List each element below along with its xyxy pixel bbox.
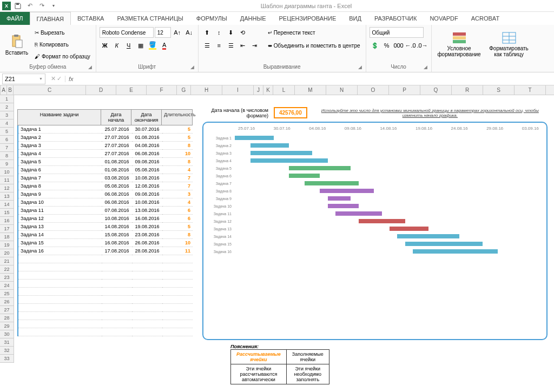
gantt-bar[interactable] <box>250 158 328 163</box>
inc-decimal-icon[interactable]: ←.0 <box>405 40 416 51</box>
row-header[interactable]: 4 <box>0 119 14 128</box>
col-header[interactable]: U <box>546 85 554 95</box>
row-header[interactable]: 31 <box>0 338 14 347</box>
row-header[interactable]: 3 <box>0 111 14 119</box>
row-header[interactable]: 25 <box>0 290 14 298</box>
col-header[interactable]: D <box>86 85 116 95</box>
row-header[interactable]: 18 <box>0 233 14 241</box>
tab-pagelayout[interactable]: РАЗМЕТКА СТРАНИЦЫ <box>110 12 189 25</box>
col-header[interactable]: F <box>147 85 177 95</box>
gantt-bar[interactable] <box>320 189 374 193</box>
row-header[interactable]: 27 <box>0 306 14 314</box>
name-box[interactable]: Z21▼ <box>2 74 45 84</box>
task-row[interactable]: Задача 125.07.201630.07.20165 <box>17 125 193 134</box>
row-header[interactable]: 14 <box>0 201 14 209</box>
col-header[interactable]: R <box>452 85 483 95</box>
col-header[interactable]: O <box>358 85 389 95</box>
row-header[interactable]: 32 <box>0 347 14 355</box>
dec-decimal-icon[interactable]: .0→ <box>417 40 428 51</box>
row-header[interactable]: 30 <box>0 330 14 338</box>
number-format-combo[interactable]: Общий <box>370 27 424 38</box>
grow-font-icon[interactable]: A↑ <box>172 27 183 38</box>
align-center-icon[interactable]: ≡ <box>214 40 225 51</box>
font-size-combo[interactable]: 12 <box>155 27 171 38</box>
font-color-button[interactable]: А <box>159 40 170 51</box>
row-header[interactable]: 7 <box>0 144 14 152</box>
gantt-bar[interactable] <box>397 234 459 238</box>
italic-button[interactable]: К <box>111 40 122 51</box>
format-painter-button[interactable]: 🖌Формат по образцу <box>32 51 93 62</box>
row-header[interactable]: 9 <box>0 160 14 168</box>
align-bottom-icon[interactable]: ⬇ <box>226 27 236 38</box>
tab-developer[interactable]: РАЗРАБОТЧИК <box>368 12 423 25</box>
col-header[interactable]: I <box>222 85 254 95</box>
row-header[interactable]: 19 <box>0 241 14 249</box>
col-header[interactable]: B <box>7 85 14 95</box>
gantt-bar[interactable] <box>413 249 498 254</box>
merge-button[interactable]: ⬌Объединить и поместить в центре <box>266 40 362 51</box>
enter-icon[interactable]: ✓ <box>57 75 62 82</box>
col-header[interactable]: E <box>116 85 147 95</box>
undo-icon[interactable]: ↶ <box>25 1 35 11</box>
task-row-empty[interactable] <box>17 328 193 336</box>
task-row[interactable]: Задача 427.07.201606.08.201610 <box>17 150 193 158</box>
task-row[interactable]: Задача 327.07.201604.08.20168 <box>17 142 193 150</box>
qat-dropdown-icon[interactable]: ▼ <box>49 1 58 11</box>
shrink-font-icon[interactable]: A↓ <box>184 27 195 38</box>
row-header[interactable]: 12 <box>0 184 14 192</box>
gantt-bar[interactable] <box>250 151 312 155</box>
gantt-bar[interactable] <box>305 181 359 185</box>
align-left-icon[interactable]: ☰ <box>202 40 213 51</box>
row-header[interactable]: 28 <box>0 314 14 322</box>
task-row[interactable]: Задача 1006.08.201610.08.20164 <box>17 198 193 207</box>
gantt-bar[interactable] <box>335 211 382 216</box>
row-header[interactable]: 13 <box>0 192 14 201</box>
task-row-empty[interactable] <box>17 296 193 304</box>
indent-inc-icon[interactable]: ⇥ <box>249 40 260 51</box>
gantt-bar[interactable] <box>250 143 289 148</box>
gantt-bar[interactable] <box>289 166 351 170</box>
col-header[interactable]: H <box>191 85 222 95</box>
cut-button[interactable]: ✂Вырезать <box>32 27 93 38</box>
underline-button[interactable]: Ч <box>123 40 134 51</box>
wrap-text-button[interactable]: ↵Перенести текст <box>266 27 362 38</box>
col-header[interactable]: L <box>273 85 295 95</box>
tab-view[interactable]: ВИД <box>342 12 368 25</box>
row-header[interactable]: 10 <box>0 168 14 176</box>
row-header[interactable]: 8 <box>0 152 14 160</box>
task-row[interactable]: Задача 906.08.201609.08.20163 <box>17 190 193 198</box>
col-header[interactable]: T <box>515 85 546 95</box>
task-row[interactable]: Задача 601.08.201605.08.20164 <box>17 166 193 174</box>
row-header[interactable]: 24 <box>0 282 14 290</box>
task-row-empty[interactable] <box>17 304 193 312</box>
save-icon[interactable] <box>13 1 23 11</box>
row-header[interactable]: 16 <box>0 217 14 225</box>
col-header[interactable]: S <box>483 85 515 95</box>
gantt-chart[interactable]: 25.07.1630.07.1604.08.1609.08.1614.08.16… <box>202 122 548 340</box>
row-header[interactable]: 29 <box>0 322 14 330</box>
task-row-empty[interactable] <box>17 280 193 288</box>
cancel-icon[interactable]: ✕ <box>51 75 56 82</box>
row-header[interactable]: 26 <box>0 298 14 306</box>
tab-review[interactable]: РЕЦЕНЗИРОВАНИЕ <box>272 12 342 25</box>
row-header[interactable]: 21 <box>0 257 14 265</box>
task-row-empty[interactable] <box>17 271 193 280</box>
col-header[interactable]: N <box>326 85 358 95</box>
task-row-empty[interactable] <box>17 288 193 296</box>
task-row[interactable]: Задача 1617.08.201628.08.201611 <box>17 247 193 255</box>
currency-icon[interactable]: 💲 <box>370 40 380 51</box>
row-header[interactable]: 20 <box>0 249 14 257</box>
col-header[interactable]: K <box>263 85 273 95</box>
row-header[interactable]: 15 <box>0 209 14 217</box>
tab-home[interactable]: ГЛАВНАЯ <box>30 12 71 25</box>
conditional-format-button[interactable]: Условное форматирование <box>435 27 484 62</box>
comma-icon[interactable]: 000 <box>393 40 404 51</box>
task-row[interactable]: Задача 1516.08.201626.08.201610 <box>17 239 193 247</box>
gantt-bar[interactable] <box>405 242 483 246</box>
border-button[interactable]: ▦ <box>135 40 146 51</box>
task-row-empty[interactable] <box>17 255 193 263</box>
col-header[interactable]: P <box>389 85 420 95</box>
task-row[interactable]: Задача 1107.08.201613.08.20166 <box>17 207 193 215</box>
formula-input[interactable] <box>77 74 554 84</box>
tab-acrobat[interactable]: ACROBAT <box>465 12 506 25</box>
